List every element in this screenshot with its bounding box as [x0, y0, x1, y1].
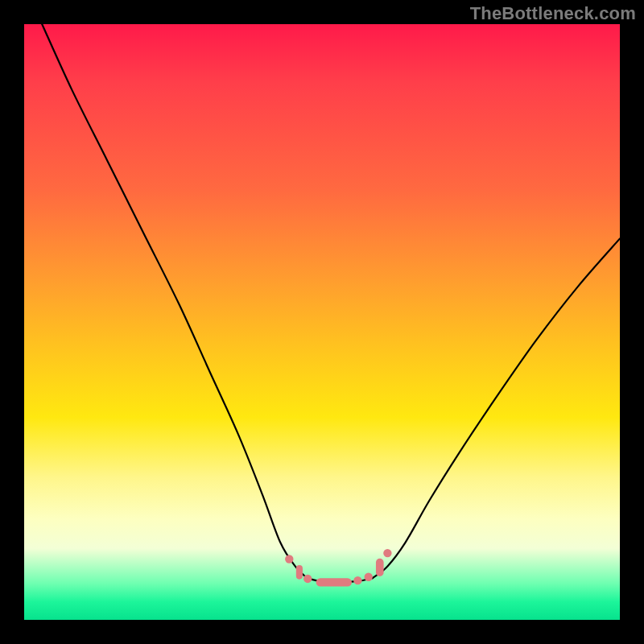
marker-dot — [353, 576, 361, 584]
curve-right-branch — [373, 238, 620, 578]
curve-markers — [285, 549, 392, 587]
chart-frame: TheBottleneck.com — [0, 0, 644, 644]
marker-dot — [303, 575, 312, 583]
curve-left-branch — [42, 24, 307, 578]
marker-lozenge — [296, 565, 303, 580]
watermark-text: TheBottleneck.com — [470, 3, 636, 24]
marker-dot — [383, 549, 391, 557]
marker-dot — [365, 573, 373, 581]
marker-lozenge — [376, 559, 384, 576]
marker-dot — [285, 555, 293, 563]
chart-svg — [24, 24, 620, 620]
marker-lozenge — [316, 578, 352, 586]
plot-area — [24, 24, 620, 620]
